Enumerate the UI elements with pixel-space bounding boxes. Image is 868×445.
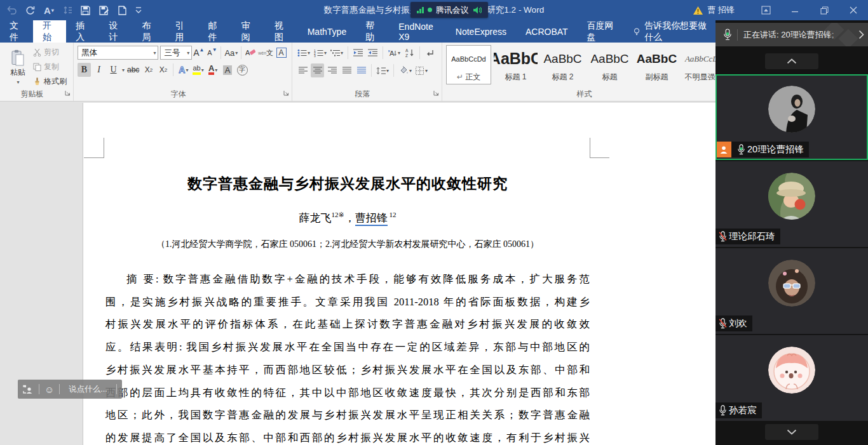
speaker-icon — [473, 6, 482, 14]
copy-button[interactable]: 复制 — [33, 61, 67, 73]
meeting-panel: 正在讲话: 20理论曹招锋; — [715, 20, 868, 445]
font-name-combo[interactable]: 黑体▾ — [78, 46, 158, 60]
style-heading2[interactable]: AaBbC标题 2 — [540, 45, 585, 84]
save-as-icon[interactable] — [99, 6, 109, 15]
new-document-icon[interactable] — [118, 6, 126, 15]
meeting-chat-widget[interactable]: ☺ 说点什么... — [18, 380, 122, 399]
tab-design[interactable]: 设计 — [99, 20, 132, 43]
tab-mathtype[interactable]: MathType — [298, 20, 356, 43]
superscript-button[interactable]: X2 — [156, 63, 170, 77]
style-subtitle[interactable]: AaBbC副标题 — [634, 45, 679, 84]
decrease-indent-button[interactable] — [351, 46, 365, 60]
avatar — [768, 86, 815, 133]
font-group-label: 字体 — [74, 89, 283, 100]
style-normal[interactable]: AaBbCcDd正文 — [446, 45, 491, 84]
phonetic-guide-button[interactable]: wén文 — [257, 46, 275, 60]
cut-button[interactable]: 剪切 — [33, 46, 67, 58]
bullets-button[interactable]: ▾ — [296, 46, 311, 60]
tab-acrobat[interactable]: ACROBAT — [516, 20, 578, 43]
line-spacing-button[interactable]: ▾ — [375, 63, 390, 77]
align-center-button[interactable] — [311, 63, 324, 77]
highlight-button[interactable]: ab▾ — [191, 63, 205, 77]
tell-me-box[interactable]: 告诉我你想要做什么 — [625, 20, 715, 43]
tab-view[interactable]: 视图 — [265, 20, 298, 43]
show-hide-marks-button[interactable] — [423, 46, 437, 60]
multilevel-list-button[interactable]: ▾ — [329, 46, 344, 60]
emoji-icon[interactable]: ☺ — [44, 385, 54, 394]
participant-tile[interactable]: 刘欢 — [715, 248, 868, 334]
ribbon-display-options-button[interactable] — [751, 0, 780, 20]
enclose-characters-button[interactable]: 字 — [236, 63, 249, 77]
undo-icon[interactable] — [6, 6, 17, 15]
style-title[interactable]: AaBbC标题 — [587, 45, 632, 84]
grow-font-button[interactable]: A▲ — [192, 46, 205, 60]
customize-qat-icon[interactable] — [135, 6, 142, 14]
expand-bar-chevron-icon[interactable] — [858, 30, 864, 39]
strikethrough-button[interactable]: abc — [126, 63, 140, 77]
tab-endnote[interactable]: EndNote X9 — [389, 20, 446, 43]
participant-tile[interactable]: 20理论曹招锋 — [715, 74, 868, 160]
align-left-button[interactable] — [296, 63, 309, 77]
participant-name: 刘欢 — [729, 317, 747, 329]
tab-home[interactable]: 开始 — [33, 20, 66, 43]
paragraph-dialog-launcher[interactable] — [433, 87, 439, 98]
character-shading-button[interactable]: A — [221, 63, 234, 77]
line-spacing-icon[interactable] — [63, 6, 72, 15]
align-right-button[interactable] — [325, 63, 339, 77]
collapse-videos-button[interactable] — [765, 53, 818, 69]
members-icon[interactable] — [23, 385, 34, 394]
paste-button[interactable]: 粘贴 ▾ — [5, 46, 31, 88]
borders-button[interactable]: ▾ — [414, 63, 429, 77]
tab-baidu-netdisk[interactable]: 百度网盘 — [578, 20, 625, 43]
save-icon[interactable] — [81, 6, 90, 15]
style-subtle-emphasis[interactable]: AaBbCcDd不明显强调 — [681, 45, 715, 84]
tab-mailings[interactable]: 邮件 — [198, 20, 231, 43]
bold-button[interactable]: B — [78, 63, 91, 77]
italic-button[interactable]: I — [92, 63, 105, 77]
subscript-button[interactable]: X2 — [142, 63, 155, 77]
titlebar-right: 曹 招锋 — [693, 0, 868, 20]
tab-layout[interactable]: 布局 — [132, 20, 165, 43]
underline-button[interactable]: U — [107, 63, 120, 77]
font-dialog-launcher[interactable] — [283, 87, 289, 98]
meeting-floating-pill[interactable]: 腾讯会议 — [410, 2, 488, 18]
shrink-font-button[interactable]: A▼ — [205, 46, 219, 60]
font-size-value: 三号 — [164, 48, 180, 58]
shading-button[interactable]: ▾ — [397, 63, 413, 77]
author-1-superscript: 12※ — [332, 211, 344, 218]
tab-noteexpress[interactable]: NoteExpress — [446, 20, 516, 43]
font-style-icon[interactable]: A▾ — [44, 5, 54, 16]
character-border-button[interactable]: A — [275, 46, 288, 60]
numbering-button[interactable]: 123▾ — [313, 46, 328, 60]
tab-insert[interactable]: 插入 — [66, 20, 99, 43]
underline-dropdown[interactable]: ▾ — [122, 67, 125, 73]
cut-label: 剪切 — [44, 47, 59, 58]
clipboard-dialog-launcher[interactable] — [65, 87, 71, 98]
participant-tile[interactable]: 理论邱石琦 — [715, 161, 868, 247]
sort-button[interactable]: AZ — [403, 46, 416, 60]
font-color-button[interactable]: A▾ — [207, 63, 220, 77]
change-case-button[interactable]: Aa▾ — [223, 46, 239, 60]
enclose-char: 字 — [237, 65, 248, 76]
asian-layout-button[interactable]: A▾ — [386, 46, 402, 60]
distributed-button[interactable] — [355, 63, 368, 77]
tab-file[interactable]: 文件 — [0, 20, 33, 43]
tab-help[interactable]: 帮助 — [356, 20, 389, 43]
redo-icon[interactable] — [25, 6, 35, 15]
chat-input-placeholder[interactable]: 说点什么... — [65, 384, 111, 395]
increase-indent-button[interactable] — [366, 46, 379, 60]
tab-references[interactable]: 引用 — [165, 20, 198, 43]
participant-tile[interactable]: 孙若宸 — [715, 335, 868, 421]
minimize-button[interactable] — [780, 0, 810, 20]
font-size-combo[interactable]: 三号▾ — [160, 46, 192, 60]
tab-review[interactable]: 审阅 — [232, 20, 265, 43]
style-heading1[interactable]: AaBbC标题 1 — [493, 45, 538, 84]
account-area[interactable]: 曹 招锋 — [693, 4, 735, 16]
format-painter-button[interactable]: 格式刷 — [33, 76, 67, 88]
restore-button[interactable] — [810, 0, 839, 20]
expand-videos-button[interactable] — [765, 424, 818, 440]
justify-button[interactable] — [340, 63, 353, 77]
clear-formatting-button[interactable]: A — [243, 46, 257, 60]
text-effects-button[interactable]: A▾ — [177, 63, 190, 77]
close-button[interactable] — [839, 0, 868, 20]
